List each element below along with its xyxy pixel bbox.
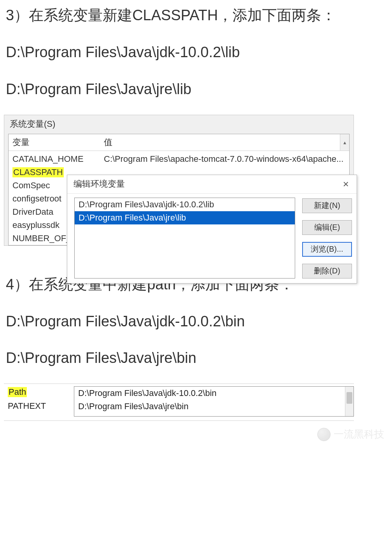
var-name-highlighted: CLASSPATH	[12, 167, 64, 177]
dialog-titlebar: 编辑环境变量 ×	[67, 175, 357, 194]
browse-button[interactable]: 浏览(B)...	[302, 242, 352, 257]
sysvars-screenshot: 系统变量(S) 变量 值 ▴ CATALINA_HOME C:\Program …	[4, 115, 354, 246]
scrollbar[interactable]	[345, 387, 354, 416]
edit-button[interactable]: 编辑(E)	[302, 220, 352, 235]
scroll-up-icon[interactable]: ▴	[340, 134, 349, 151]
path-screenshot: Path PATHEXT D:\Program Files\Java\jdk-1…	[4, 384, 354, 421]
delete-button[interactable]: 删除(D)	[302, 264, 352, 278]
sysvars-table: 变量 值 ▴ CATALINA_HOME C:\Program Files\ap…	[8, 134, 350, 245]
path-listbox[interactable]: D:\Program Files\Java\jdk-10.0.2\lib D:\…	[74, 198, 295, 278]
step3-path1: D:\Program Files\Java\jdk-10.0.2\lib	[6, 41, 386, 64]
var-name: CATALINA_HOME	[12, 154, 104, 164]
list-item[interactable]: D:\Program Files\Java\jdk-10.0.2\bin	[74, 387, 354, 400]
var-name-highlighted[interactable]: Path	[8, 387, 27, 397]
list-item[interactable]: D:\Program Files\Java\jdk-10.0.2\lib	[75, 198, 295, 211]
new-button[interactable]: 新建(N)	[302, 198, 352, 213]
path-listbox[interactable]: D:\Program Files\Java\jdk-10.0.2\bin D:\…	[74, 386, 354, 417]
list-item[interactable]: D:\Program Files\Java\jre\bin	[74, 400, 354, 413]
step3-path2: D:\Program Files\Java\jre\lib	[6, 78, 386, 101]
watermark: 一流黑科技	[317, 427, 384, 441]
table-row[interactable]: CATALINA_HOME C:\Program Files\apache-to…	[9, 152, 349, 166]
wechat-icon	[317, 428, 331, 441]
scrollbar-thumb[interactable]	[346, 392, 352, 404]
sysvars-header: 变量 值 ▴	[9, 134, 349, 151]
close-icon[interactable]: ×	[340, 178, 352, 190]
list-item-selected[interactable]: D:\Program Files\Java\jre\lib	[75, 211, 295, 224]
var-value: C:\Program Files\apache-tomcat-7.0.70-wi…	[104, 154, 345, 164]
dialog-title-text: 编辑环境变量	[74, 178, 125, 190]
step4-path2: D:\Program Files\Java\jre\bin	[6, 347, 386, 370]
header-variable[interactable]: 变量	[9, 134, 100, 151]
watermark-text: 一流黑科技	[334, 427, 384, 441]
sysvars-label: 系统变量(S)	[4, 115, 354, 132]
step3-heading: 3）在系统变量新建CLASSPATH，添加下面两条：	[6, 4, 386, 27]
edit-env-var-dialog: 编辑环境变量 × D:\Program Files\Java\jdk-10.0.…	[67, 175, 357, 284]
header-value[interactable]: 值	[100, 134, 340, 151]
var-name[interactable]: PATHEXT	[8, 401, 66, 411]
step4-path1: D:\Program Files\Java\jdk-10.0.2\bin	[6, 310, 386, 333]
